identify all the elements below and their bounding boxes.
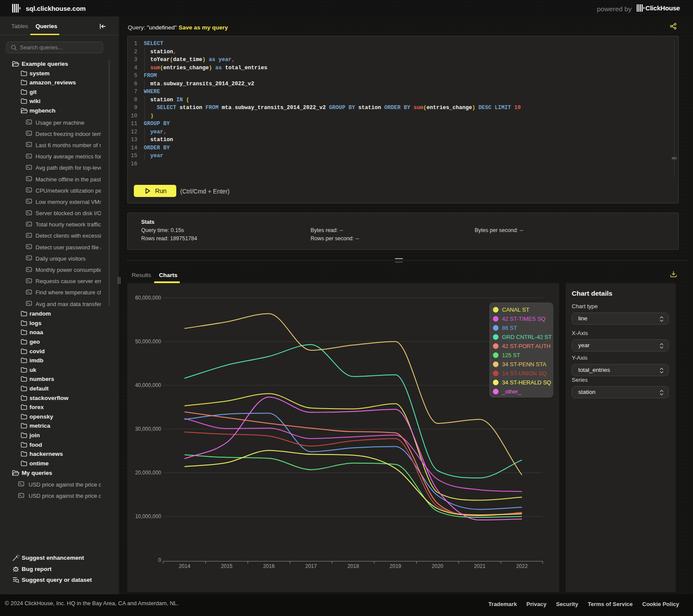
svg-text:2015: 2015 (221, 563, 233, 569)
svg-text:2018: 2018 (347, 563, 359, 569)
svg-text:60,000,000: 60,000,000 (135, 295, 161, 301)
svg-text:40,000,000: 40,000,000 (135, 382, 161, 388)
svg-text:50,000,000: 50,000,000 (135, 339, 161, 345)
svg-text:2016: 2016 (263, 563, 275, 569)
svg-text:20,000,000: 20,000,000 (135, 470, 161, 476)
svg-text:2017: 2017 (305, 563, 317, 569)
svg-text:2019: 2019 (390, 563, 402, 569)
svg-text:2021: 2021 (474, 563, 486, 569)
svg-text:30,000,000: 30,000,000 (135, 426, 161, 432)
svg-text:10,000,000: 10,000,000 (135, 513, 161, 519)
svg-text:2022: 2022 (516, 563, 528, 569)
svg-text:2014: 2014 (179, 563, 191, 569)
svg-text:2020: 2020 (432, 563, 444, 569)
svg-text:0: 0 (158, 557, 161, 563)
